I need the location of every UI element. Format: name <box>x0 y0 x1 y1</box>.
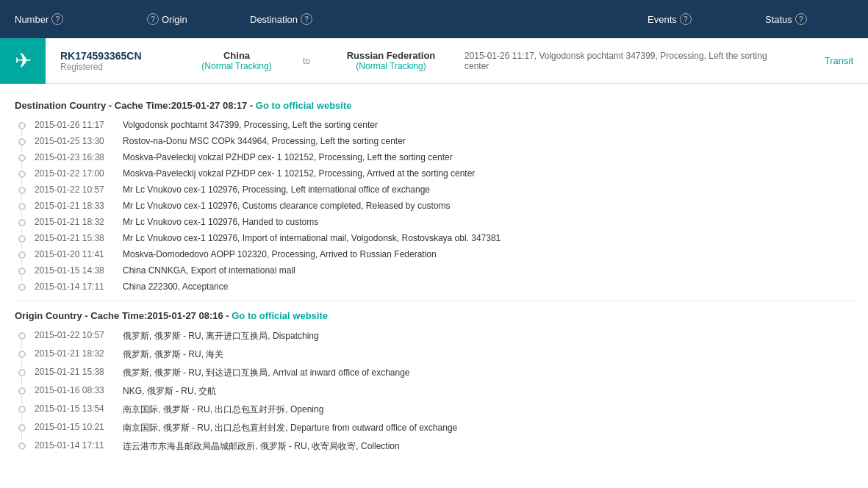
event-desc: Mr Lc Vnukovo cex-1 102976, Import of in… <box>123 233 501 243</box>
tracking-icon-bg: ✈ <box>0 38 46 84</box>
timeline-line <box>21 258 22 265</box>
timeline-line <box>21 376 22 385</box>
timeline-item: 2015-01-21 18:33Mr Lc Vnukovo cex-1 1029… <box>29 198 853 214</box>
origin-official-link[interactable]: Go to official website <box>232 310 328 321</box>
origin-cache-text: Origin Country - Cache Time:2015-01-27 0… <box>15 310 232 321</box>
number-help-icon[interactable]: ? <box>51 13 63 25</box>
origin-timeline: 2015-01-22 10:57俄罗斯, 俄罗斯 - RU, 离开进口互换局, … <box>15 327 853 456</box>
timeline-line <box>21 145 22 152</box>
tracking-row: ✈ RK174593365CN Registered China (Normal… <box>0 38 868 84</box>
timeline-item: 2015-01-22 10:57Mr Lc Vnukovo cex-1 1029… <box>29 182 853 198</box>
origin-label: Origin <box>162 14 187 25</box>
section-divider <box>15 301 853 301</box>
header-number: Number ? <box>15 13 147 25</box>
timeline-line <box>21 226 22 233</box>
event-desc: Moskva-Paveleckij vokzal PZHDP cex- 1 10… <box>123 168 475 179</box>
dest-tracking-type: (Normal Tracking) <box>318 61 465 71</box>
header-destination: Destination ? <box>250 13 648 25</box>
timeline-line <box>21 274 22 281</box>
origin-help-icon[interactable]: ? <box>147 13 159 25</box>
timeline-item: 2015-01-22 10:57俄罗斯, 俄罗斯 - RU, 离开进口互换局, … <box>29 327 853 345</box>
timeline-line <box>21 412 22 422</box>
timeline-line <box>21 339 22 348</box>
events-help-icon[interactable]: ? <box>680 13 692 25</box>
destination-cache-text: Destination Country - Cache Time:2015-01… <box>15 100 256 111</box>
tracking-number: RK174593365CN <box>60 50 178 62</box>
tracking-latest-event: 2015-01-26 11:17, Volgodonsk pochtamt 34… <box>465 51 780 71</box>
timeline-dot <box>18 284 26 291</box>
timeline-dot <box>18 251 26 259</box>
event-desc: China CNNKGA, Export of international ma… <box>123 265 295 276</box>
event-time: 2015-01-22 10:57 <box>35 184 123 195</box>
timeline-dot <box>18 154 26 162</box>
timeline-item: 2015-01-21 18:32俄罗斯, 俄罗斯 - RU, 海关 <box>29 345 853 364</box>
event-desc: Mr Lc Vnukovo cex-1 102976, Processing, … <box>123 184 430 195</box>
timeline-line <box>21 357 22 367</box>
event-time: 2015-01-21 15:38 <box>35 233 123 243</box>
timeline-item: 2015-01-26 11:17Volgodonsk pochtamt 3473… <box>29 117 853 133</box>
header-events: Events ? <box>648 13 765 25</box>
destination-official-link[interactable]: Go to official website <box>256 100 352 111</box>
event-desc: 南京国际, 俄罗斯 - RU, 出口总包直封封发, Departure from… <box>123 422 457 434</box>
event-time: 2015-01-20 11:41 <box>35 249 123 259</box>
event-time: 2015-01-14 17:11 <box>35 281 123 292</box>
timeline-dot <box>18 122 26 129</box>
event-time: 2015-01-21 18:32 <box>35 217 123 227</box>
origin-section-header: Origin Country - Cache Time:2015-01-27 0… <box>15 310 853 321</box>
dest-country: Russian Federation <box>318 50 465 61</box>
timeline-dot <box>18 442 26 450</box>
events-label: Events <box>648 14 677 25</box>
event-time: 2015-01-15 14:38 <box>35 265 123 276</box>
event-desc: 俄罗斯, 俄罗斯 - RU, 海关 <box>123 348 223 361</box>
timeline-dot <box>18 332 26 340</box>
timeline-item: 2015-01-20 11:41Moskva-Domodedovo AOPP 1… <box>29 246 853 262</box>
timeline-line <box>21 209 22 217</box>
tracking-origin-col: China (Normal Tracking) <box>178 50 295 71</box>
timeline-line <box>21 431 22 440</box>
origin-tracking-type: (Normal Tracking) <box>178 61 295 71</box>
destination-timeline: 2015-01-26 11:17Volgodonsk pochtamt 3473… <box>15 117 853 295</box>
timeline-dot <box>18 235 26 243</box>
destination-help-icon[interactable]: ? <box>301 13 312 25</box>
event-time: 2015-01-15 13:54 <box>35 403 123 414</box>
timeline-dot <box>18 171 26 178</box>
status-help-icon[interactable]: ? <box>795 13 807 25</box>
timeline-item: 2015-01-21 15:38Mr Lc Vnukovo cex-1 1029… <box>29 230 853 246</box>
timeline-item: 2015-01-23 16:38Moskva-Paveleckij vokzal… <box>29 149 853 165</box>
event-time: 2015-01-22 10:57 <box>35 330 123 340</box>
event-time: 2015-01-26 11:17 <box>35 120 123 130</box>
destination-label: Destination <box>250 14 298 25</box>
timeline-item: 2015-01-16 08:33NKG, 俄罗斯 - RU, 交航 <box>29 382 853 401</box>
timeline-item: 2015-01-22 17:00Moskva-Paveleckij vokzal… <box>29 165 853 182</box>
event-desc: China 222300, Acceptance <box>123 281 228 292</box>
event-desc: 南京国际, 俄罗斯 - RU, 出口总包互封开拆, Opening <box>123 403 323 416</box>
event-desc: 连云港市东海县邮政局晶城邮政所, 俄罗斯 - RU, 收寄局收寄, Collec… <box>123 440 400 453</box>
timeline-dot <box>18 138 26 146</box>
tracking-status: Transit <box>780 55 853 66</box>
event-time: 2015-01-21 18:32 <box>35 348 123 359</box>
timeline-dot <box>18 351 26 358</box>
timeline-line <box>21 394 22 403</box>
header-origin: ? Origin <box>147 13 250 25</box>
timeline-line <box>21 129 22 136</box>
event-time: 2015-01-14 17:11 <box>35 440 123 451</box>
timeline-line <box>21 161 22 168</box>
event-time: 2015-01-21 18:33 <box>35 201 123 211</box>
event-desc: Moskva-Domodedovo AOPP 102320, Processin… <box>123 249 437 259</box>
timeline-dot <box>18 406 26 413</box>
event-time: 2015-01-15 10:21 <box>35 422 123 432</box>
event-desc: Moskva-Paveleckij vokzal PZHDP cex- 1 10… <box>123 152 453 162</box>
timeline-item: 2015-01-21 18:32Mr Lc Vnukovo cex-1 1029… <box>29 214 853 230</box>
event-time: 2015-01-25 13:30 <box>35 136 123 146</box>
timeline-dot <box>18 387 26 395</box>
timeline-line <box>21 177 22 184</box>
timeline-dot <box>18 203 26 210</box>
tracking-to-label: to <box>295 56 318 66</box>
timeline-item: 2015-01-14 17:11China 222300, Acceptance <box>29 279 853 295</box>
timeline-item: 2015-01-15 10:21南京国际, 俄罗斯 - RU, 出口总包直封封发… <box>29 419 853 437</box>
main-content: Destination Country - Cache Time:2015-01… <box>0 84 868 463</box>
tracking-number-col: RK174593365CN Registered <box>60 50 178 72</box>
timeline-item: 2015-01-14 17:11连云港市东海县邮政局晶城邮政所, 俄罗斯 - R… <box>29 437 853 456</box>
timeline-item: 2015-01-25 13:30Rostov-na-Donu MSC COPk … <box>29 133 853 149</box>
status-label: Status <box>765 14 792 25</box>
